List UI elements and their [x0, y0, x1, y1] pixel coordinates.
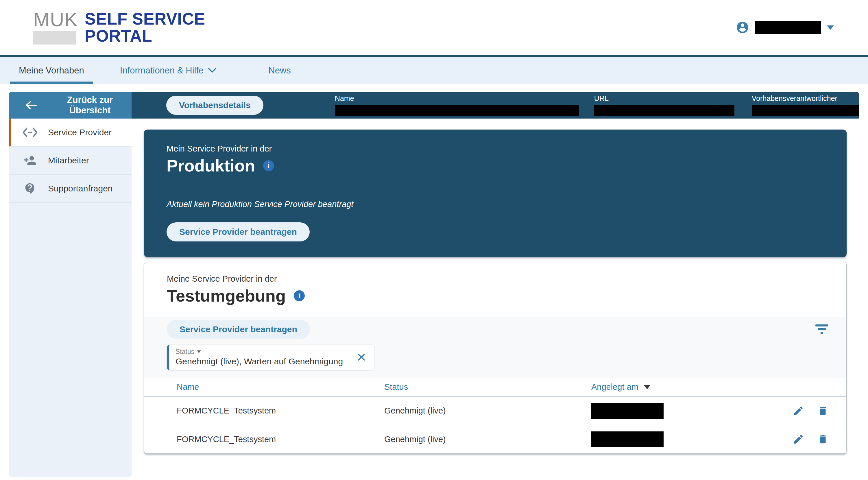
chevron-down-icon — [208, 68, 216, 73]
sidebar-item-label: Supportanfragen — [48, 184, 113, 193]
logo-title-line2: PORTAL — [85, 27, 205, 44]
column-header-status[interactable]: Status — [384, 382, 591, 392]
project-detail-bar: Zurück zur Übersicht Vorhabensdetails Na… — [9, 92, 859, 119]
production-title: Produktion — [166, 156, 255, 175]
cell-status: Genehmigt (live) — [384, 406, 591, 416]
muk-logo: MUK SELF SERVICE PORTAL — [33, 10, 205, 44]
active-filters-row: Status Genehmigt (live), Warten auf Gene… — [144, 342, 846, 378]
cell-name: FORMCYCLE_Testsystem — [177, 434, 384, 444]
production-card: Mein Service Provider in der Produktion … — [144, 129, 847, 257]
row-actions — [782, 433, 828, 445]
account-circle-icon — [736, 21, 749, 34]
field-verantwortlicher-label: Vorhabensverantwortlicher — [752, 94, 859, 103]
column-label: Angelegt am — [591, 382, 639, 392]
table-row: FORMCYCLE_Testsystem Genehmigt (live) — [144, 425, 846, 453]
sidebar-item-mitarbeiter[interactable]: Mitarbeiter — [9, 147, 131, 175]
sidebar: Service Provider Mitarbeiter Supportanfr… — [9, 119, 131, 477]
logo-prefix: MUK — [33, 10, 78, 28]
field-url-label: URL — [594, 94, 735, 103]
test-environment-card: Meine Service Provider in der Testumgebu… — [144, 262, 847, 454]
project-bar-body: Vorhabensdetails Name URL Vorhabensveran… — [131, 92, 859, 119]
delete-button[interactable] — [817, 405, 828, 417]
cell-created-redacted — [591, 431, 663, 447]
field-url-redacted — [594, 105, 735, 116]
logo-title: SELF SERVICE PORTAL — [85, 10, 205, 44]
request-service-provider-button-production[interactable]: Service Provider beantragen — [166, 222, 310, 241]
content-area: Mein Service Provider in der Produktion … — [131, 119, 859, 454]
sidebar-item-supportanfragen[interactable]: Supportanfragen — [9, 175, 131, 203]
request-service-provider-button-test[interactable]: Service Provider beantragen — [167, 320, 310, 339]
production-empty-message: Aktuell kein Produktion Service Provider… — [166, 200, 824, 209]
user-name-redacted — [755, 21, 821, 34]
field-name-label: Name — [335, 94, 579, 103]
info-icon[interactable]: i — [294, 290, 305, 301]
tab-informationen-hilfe[interactable]: Informationen & Hilfe — [111, 57, 225, 84]
info-icon[interactable]: i — [263, 160, 274, 171]
arrow-left-icon — [25, 101, 37, 110]
logo-gray-rect — [33, 31, 76, 44]
caret-down-icon — [827, 25, 834, 30]
cell-created-redacted — [591, 403, 663, 419]
field-name-redacted — [335, 105, 579, 116]
production-subtitle: Mein Service Provider in der — [166, 144, 824, 154]
main-layout: Service Provider Mitarbeiter Supportanfr… — [9, 119, 859, 477]
row-actions — [782, 405, 828, 417]
back-to-overview-button[interactable]: Zurück zur Übersicht — [9, 92, 131, 119]
tab-meine-vorhaben[interactable]: Meine Vorhaben — [10, 57, 93, 84]
delete-button[interactable] — [817, 433, 828, 445]
table-row: FORMCYCLE_Testsystem Genehmigt (live) — [144, 397, 846, 425]
person-add-icon — [23, 154, 38, 167]
edit-icon — [793, 433, 804, 445]
caret-down-icon — [197, 351, 201, 353]
column-header-name[interactable]: Name — [177, 382, 384, 392]
user-menu[interactable] — [736, 21, 834, 34]
filter-button[interactable] — [815, 324, 828, 335]
delete-icon — [817, 405, 828, 417]
test-card-header: Meine Service Provider in der Testumgebu… — [144, 262, 846, 317]
status-filter-texts: Status Genehmigt (live), Warten auf Gene… — [176, 348, 343, 366]
column-label: Name — [177, 382, 199, 392]
remove-filter-button[interactable] — [357, 353, 366, 362]
back-label: Zurück zur Übersicht — [48, 95, 131, 116]
sort-desc-icon — [644, 385, 651, 389]
edit-button[interactable] — [793, 405, 804, 417]
production-title-row: Produktion i — [166, 156, 824, 175]
sidebar-item-service-provider[interactable]: Service Provider — [9, 119, 131, 147]
tab-label: Informationen & Hilfe — [120, 65, 204, 76]
status-filter-label-row: Status — [176, 348, 343, 356]
column-label: Status — [384, 382, 408, 392]
tab-label: Meine Vorhaben — [19, 65, 84, 76]
test-title: Testumgebung — [167, 286, 286, 305]
app-header: MUK SELF SERVICE PORTAL — [0, 0, 868, 55]
table-header-row: Name Status Angelegt am — [144, 378, 846, 397]
status-filter-label: Status — [176, 348, 194, 356]
field-name: Name — [335, 94, 579, 116]
status-filter-value: Genehmigt (live), Warten auf Genehmigung — [176, 357, 343, 366]
logo-left-block: MUK — [33, 10, 78, 44]
help-bubble-icon — [23, 182, 38, 195]
field-verantwortlicher: Vorhabensverantwortlicher — [752, 94, 859, 116]
test-title-row: Testumgebung i — [167, 286, 824, 305]
cell-name: FORMCYCLE_Testsystem — [177, 406, 384, 416]
code-icon — [23, 127, 38, 138]
tab-label: News — [268, 65, 291, 76]
column-header-angelegt-am[interactable]: Angelegt am — [591, 382, 782, 392]
test-subtitle: Meine Service Provider in der — [167, 274, 824, 284]
delete-icon — [817, 433, 828, 445]
project-fields: Name URL Vorhabensverantwortlicher — [335, 94, 859, 116]
sidebar-item-label: Mitarbeiter — [48, 156, 89, 166]
edit-icon — [793, 405, 804, 417]
tab-news[interactable]: News — [260, 57, 300, 84]
filter-icon — [815, 324, 828, 335]
cell-status: Genehmigt (live) — [384, 434, 591, 444]
field-url: URL — [594, 94, 735, 116]
logo-title-line1: SELF SERVICE — [85, 10, 205, 27]
test-card-toolbar: Service Provider beantragen — [144, 317, 846, 342]
close-icon — [357, 353, 366, 362]
edit-button[interactable] — [793, 433, 804, 445]
status-filter-chip[interactable]: Status Genehmigt (live), Warten auf Gene… — [167, 345, 374, 370]
sidebar-item-label: Service Provider — [48, 127, 112, 137]
vorhabensdetails-chip[interactable]: Vorhabensdetails — [166, 96, 264, 115]
main-nav: Meine Vorhaben Informationen & Hilfe New… — [0, 55, 868, 84]
field-verantwortlicher-redacted — [752, 105, 859, 116]
